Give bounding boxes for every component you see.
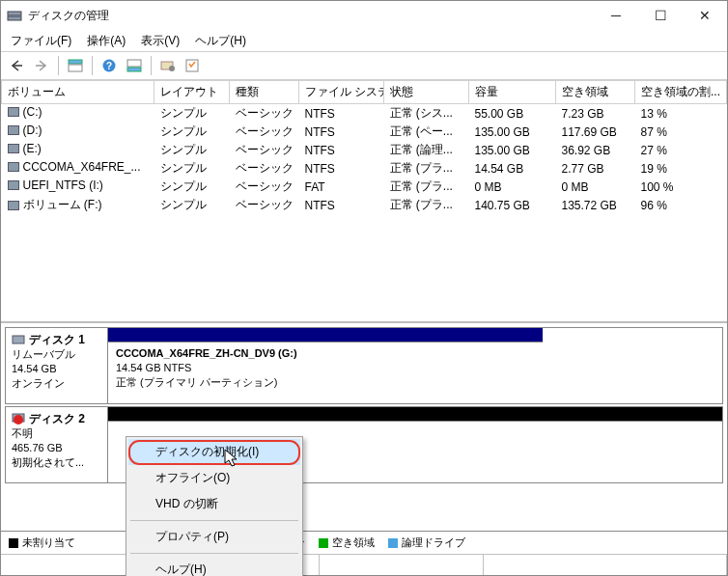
partition-size: 14.54 GB NTFS	[116, 361, 535, 375]
col-layout[interactable]: レイアウト	[154, 81, 230, 104]
menu-help[interactable]: ヘルプ(H)	[189, 31, 252, 51]
app-icon	[7, 8, 22, 23]
legend-logical: 論理ドライブ	[388, 535, 465, 550]
legend-free: 空き領域	[319, 535, 375, 550]
disk2-size: 465.76 GB	[12, 441, 101, 455]
partition-header-primary	[108, 328, 543, 342]
view-bottom-icon[interactable]	[123, 54, 146, 77]
volume-icon	[8, 107, 19, 117]
partition-header-unallocated	[108, 407, 722, 421]
partition-status: 正常 (プライマリ パーティション)	[116, 375, 535, 390]
disk2-info: ディスク 2 不明 465.76 GB 初期化されて...	[6, 407, 108, 482]
disk-row-2[interactable]: ディスク 2 不明 465.76 GB 初期化されて...	[5, 406, 723, 483]
disk1-size: 14.54 GB	[12, 362, 101, 376]
help-icon[interactable]: ?	[98, 54, 121, 77]
svg-rect-1	[8, 16, 21, 20]
svg-rect-13	[13, 336, 24, 343]
col-status[interactable]: 状態	[384, 81, 469, 104]
col-freepct[interactable]: 空き領域の割...	[635, 81, 727, 104]
ctx-separator	[130, 520, 298, 521]
ctx-separator	[130, 553, 298, 554]
statusbar	[1, 554, 727, 575]
svg-rect-8	[127, 60, 141, 67]
context-menu: ディスクの初期化(I) オフライン(O) VHD の切断 プロパティ(P) ヘル…	[126, 436, 303, 576]
menu-view[interactable]: 表示(V)	[135, 31, 185, 51]
menu-file[interactable]: ファイル(F)	[5, 31, 77, 51]
forward-button[interactable]	[30, 54, 53, 77]
removable-disk-icon	[12, 334, 25, 345]
volume-icon	[8, 125, 19, 135]
volume-icon	[8, 162, 19, 172]
volume-icon	[8, 144, 19, 153]
volume-list-pane: ボリューム レイアウト 種類 ファイル システム 状態 容量 空き領域 空き領域…	[1, 80, 727, 323]
svg-text:?: ?	[106, 61, 112, 71]
legend-bar: 未割り当て ィション 空き領域 論理ドライブ	[1, 531, 727, 554]
disk1-state: オンライン	[12, 376, 101, 391]
disk-row-1[interactable]: ディスク 1 リムーバブル 14.54 GB オンライン CCCOMA_X64F…	[5, 327, 723, 404]
ctx-help[interactable]: ヘルプ(H)	[128, 557, 300, 576]
table-row[interactable]: UEFI_NTFS (I:)シンプルベーシックFAT正常 (プラ...0 MB0…	[2, 178, 727, 196]
volume-icon	[8, 180, 19, 190]
svg-point-11	[169, 66, 175, 71]
close-button[interactable]: ✕	[683, 1, 727, 30]
col-fs[interactable]: ファイル システム	[299, 81, 384, 104]
disk2-state: 初期化されて...	[12, 455, 101, 470]
col-capacity[interactable]: 容量	[469, 81, 556, 104]
col-type[interactable]: 種類	[230, 81, 299, 104]
menu-action[interactable]: 操作(A)	[81, 31, 131, 51]
table-row[interactable]: ボリューム (F:)シンプルベーシックNTFS正常 (プラ...140.75 G…	[2, 196, 727, 214]
disk1-partition[interactable]: CCCOMA_X64FRE_ZH-CN_DV9 (G:) 14.54 GB NT…	[108, 328, 543, 403]
legend-unallocated: 未割り当て	[9, 535, 75, 550]
partition-name: CCCOMA_X64FRE_ZH-CN_DV9 (G:)	[116, 346, 535, 361]
table-row[interactable]: (C:)シンプルベーシックNTFS正常 (シス...55.00 GB7.23 G…	[2, 104, 727, 123]
disk1-title: ディスク 1	[29, 332, 85, 347]
svg-rect-0	[8, 12, 21, 15]
table-header-row: ボリューム レイアウト 種類 ファイル システム 状態 容量 空き領域 空き領域…	[2, 81, 727, 104]
ctx-detach-vhd[interactable]: VHD の切断	[128, 491, 300, 517]
disk2-kind: 不明	[12, 426, 101, 441]
svg-rect-4	[69, 60, 82, 64]
volume-table: ボリューム レイアウト 種類 ファイル システム 状態 容量 空き領域 空き領域…	[1, 80, 727, 214]
disk-management-window: ディスクの管理 ─ ☐ ✕ ファイル(F) 操作(A) 表示(V) ヘルプ(H)…	[0, 0, 728, 576]
col-volume[interactable]: ボリューム	[2, 81, 154, 104]
table-row[interactable]: CCCOMA_X64FRE_...シンプルベーシックNTFS正常 (プラ...1…	[2, 159, 727, 178]
table-row[interactable]: (D:)シンプルベーシックNTFS正常 (ペー...135.00 GB117.6…	[2, 123, 727, 141]
back-button[interactable]	[5, 54, 28, 77]
disk-graphical-pane: ディスク 1 リムーバブル 14.54 GB オンライン CCCOMA_X64F…	[1, 323, 727, 531]
disk1-info: ディスク 1 リムーバブル 14.54 GB オンライン	[6, 328, 108, 403]
disk1-empty	[543, 328, 722, 403]
titlebar: ディスクの管理 ─ ☐ ✕	[1, 1, 727, 30]
disk2-title: ディスク 2	[29, 411, 85, 426]
settings-icon[interactable]	[156, 54, 180, 77]
ctx-properties[interactable]: プロパティ(P)	[128, 524, 300, 550]
volume-icon	[8, 201, 19, 210]
table-row[interactable]: (E:)シンプルベーシックNTFS正常 (論理...135.00 GB36.92…	[2, 141, 727, 159]
maximize-button[interactable]: ☐	[638, 1, 683, 30]
window-title: ディスクの管理	[28, 8, 594, 24]
ctx-initialize-disk[interactable]: ディスクの初期化(I)	[128, 439, 300, 465]
action-list-icon[interactable]	[182, 54, 205, 77]
minimize-button[interactable]: ─	[594, 1, 638, 30]
window-buttons: ─ ☐ ✕	[594, 1, 727, 30]
unknown-disk-icon	[12, 412, 25, 425]
disk1-kind: リムーバブル	[12, 347, 101, 362]
svg-rect-9	[127, 68, 141, 71]
col-free[interactable]: 空き領域	[556, 81, 635, 104]
view-top-icon[interactable]	[64, 54, 87, 77]
menubar: ファイル(F) 操作(A) 表示(V) ヘルプ(H)	[1, 30, 727, 51]
svg-rect-5	[69, 65, 82, 71]
toolbar: ?	[1, 51, 727, 80]
ctx-offline[interactable]: オフライン(O)	[128, 465, 300, 491]
partition-body: CCCOMA_X64FRE_ZH-CN_DV9 (G:) 14.54 GB NT…	[108, 342, 543, 403]
